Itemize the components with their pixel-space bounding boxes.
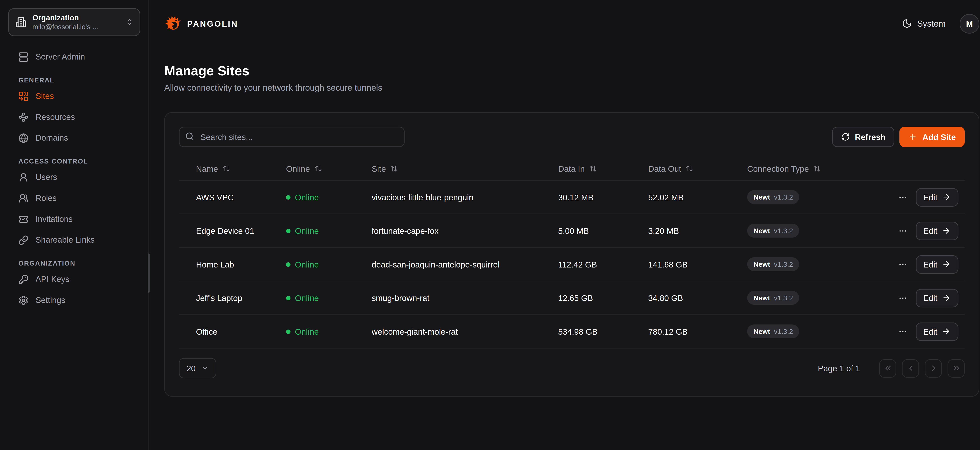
table-header-row: Name Online Site Data In xyxy=(179,157,965,181)
online-dot-icon xyxy=(286,296,291,300)
sidebar-section-general: GENERAL xyxy=(10,76,138,84)
theme-toggle-button[interactable]: System xyxy=(902,18,946,29)
cell-site: smug-brown-rat xyxy=(372,293,558,303)
waypoints-icon xyxy=(18,112,29,122)
cell-data-out: 141.68 GB xyxy=(648,260,747,269)
sidebar-item-label: Sites xyxy=(35,91,54,101)
cell-name: Office xyxy=(196,326,286,336)
brand-logo[interactable]: PANGOLIN xyxy=(164,14,238,32)
sidebar-item-label: Settings xyxy=(35,295,65,305)
page-title: Manage Sites xyxy=(164,63,979,79)
ellipsis-icon xyxy=(898,226,907,236)
gear-icon xyxy=(18,295,29,305)
sidebar-section-organization: ORGANIZATION xyxy=(10,259,138,267)
table-row: Home Lab Online dead-san-joaquin-antelop… xyxy=(179,248,965,281)
cell-connection-type: Newtv1.3.2 xyxy=(747,325,885,338)
sidebar-item-api-keys[interactable]: API Keys xyxy=(10,269,138,290)
arrow-right-icon xyxy=(942,193,951,201)
chevron-right-icon xyxy=(929,364,938,372)
sidebar-item-resources[interactable]: Resources xyxy=(10,106,138,127)
online-dot-icon xyxy=(286,262,291,266)
edit-button[interactable]: Edit xyxy=(915,255,958,273)
edit-button[interactable]: Edit xyxy=(915,188,958,206)
column-label: Site xyxy=(372,164,386,173)
search-field-wrap xyxy=(179,127,405,147)
table-row: Office Online welcome-giant-mole-rat 534… xyxy=(179,315,965,349)
column-header-connection-type[interactable]: Connection Type xyxy=(747,164,885,173)
cell-actions: Edit xyxy=(885,322,958,341)
prev-page-button[interactable] xyxy=(902,359,919,377)
ellipsis-icon xyxy=(898,326,907,336)
org-selector-value: milo@fossorial.io's ... xyxy=(32,22,120,31)
column-header-name[interactable]: Name xyxy=(196,164,286,173)
column-header-data-in[interactable]: Data In xyxy=(558,164,648,173)
cell-data-in: 534.98 GB xyxy=(558,326,648,336)
edit-button[interactable]: Edit xyxy=(915,322,958,341)
sidebar-item-invitations[interactable]: Invitations xyxy=(10,209,138,230)
first-page-button[interactable] xyxy=(879,359,896,377)
org-selector[interactable]: Organization milo@fossorial.io's ... xyxy=(8,8,140,36)
pangolin-logo-icon xyxy=(164,14,182,32)
connection-badge: Newtv1.3.2 xyxy=(747,325,799,338)
arrow-right-icon xyxy=(942,260,951,269)
edit-button[interactable]: Edit xyxy=(915,288,958,307)
connection-badge: Newtv1.3.2 xyxy=(747,257,799,271)
sidebar-item-label: Users xyxy=(35,172,57,182)
page-size-value: 20 xyxy=(186,363,196,373)
cell-name: Edge Device 01 xyxy=(196,226,286,236)
sidebar-item-server-admin[interactable]: Server Admin xyxy=(10,46,138,67)
add-site-button[interactable]: Add Site xyxy=(900,127,965,147)
chevron-down-icon xyxy=(201,364,209,372)
cell-actions: Edit xyxy=(885,255,958,273)
ellipsis-icon xyxy=(898,260,907,269)
edit-button[interactable]: Edit xyxy=(915,222,958,240)
row-menu-button[interactable] xyxy=(898,293,907,303)
row-menu-button[interactable] xyxy=(898,326,907,336)
cell-connection-type: Newtv1.3.2 xyxy=(747,223,885,238)
sidebar-item-label: Invitations xyxy=(35,214,73,224)
cell-data-out: 780.12 GB xyxy=(648,326,747,336)
sidebar-item-roles[interactable]: Roles xyxy=(10,188,138,209)
sidebar-item-shareable-links[interactable]: Shareable Links xyxy=(10,229,138,250)
sort-icon xyxy=(390,165,398,172)
avatar[interactable]: M xyxy=(959,14,979,33)
online-dot-icon xyxy=(286,228,291,233)
arrow-right-icon xyxy=(942,226,951,235)
column-label: Name xyxy=(196,164,218,173)
column-header-data-out[interactable]: Data Out xyxy=(648,164,747,173)
last-page-button[interactable] xyxy=(948,359,965,377)
sort-icon xyxy=(314,165,322,172)
sites-table: Name Online Site Data In xyxy=(179,157,965,349)
cell-connection-type: Newtv1.3.2 xyxy=(747,190,885,204)
add-site-label: Add Site xyxy=(923,132,956,142)
chevron-left-icon xyxy=(906,364,915,372)
row-menu-button[interactable] xyxy=(898,260,907,269)
sidebar-item-users[interactable]: Users xyxy=(10,166,138,188)
next-page-button[interactable] xyxy=(925,359,942,377)
cell-actions: Edit xyxy=(885,188,958,206)
column-header-site[interactable]: Site xyxy=(372,164,558,173)
pagination-bar: 20 Page 1 of 1 xyxy=(179,358,965,378)
cell-data-out: 3.20 MB xyxy=(648,226,747,236)
cell-name: AWS VPC xyxy=(196,192,286,202)
column-header-online[interactable]: Online xyxy=(286,164,372,173)
page-size-select[interactable]: 20 xyxy=(179,358,216,378)
status-badge: Online xyxy=(286,260,372,269)
sidebar-scrollbar[interactable] xyxy=(148,254,150,293)
sidebar-item-sites[interactable]: Sites xyxy=(10,86,138,106)
sidebar-item-domains[interactable]: Domains xyxy=(10,127,138,148)
sort-icon xyxy=(223,165,230,172)
search-input[interactable] xyxy=(179,127,405,147)
cell-site: dead-san-joaquin-antelope-squirrel xyxy=(372,260,558,269)
main-area: PANGOLIN System M Manage Sites Allow con… xyxy=(149,0,980,450)
column-label: Online xyxy=(286,164,310,173)
refresh-button[interactable]: Refresh xyxy=(832,127,894,147)
cell-name: Home Lab xyxy=(196,260,286,269)
row-menu-button[interactable] xyxy=(898,226,907,236)
connection-badge: Newtv1.3.2 xyxy=(747,223,799,238)
sidebar-item-settings[interactable]: Settings xyxy=(10,290,138,311)
sidebar: Organization milo@fossorial.io's ... Ser… xyxy=(0,0,149,450)
refresh-label: Refresh xyxy=(855,132,886,142)
sidebar-item-label: Domains xyxy=(35,133,68,143)
row-menu-button[interactable] xyxy=(898,192,907,202)
